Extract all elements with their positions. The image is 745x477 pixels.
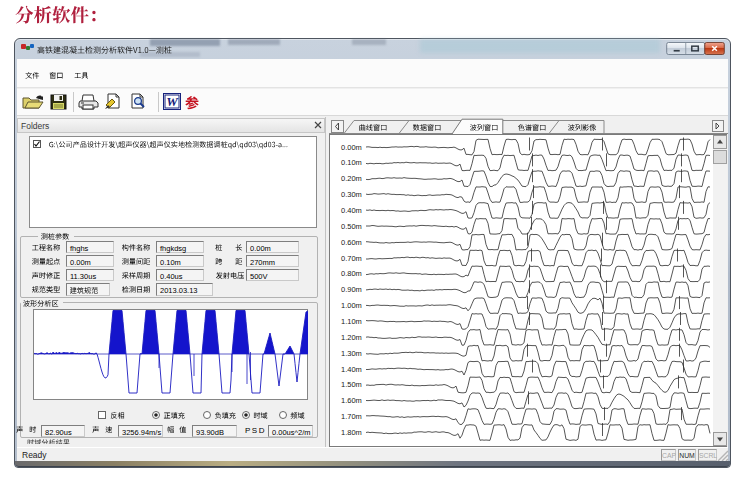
svg-text:W: W xyxy=(166,94,179,109)
